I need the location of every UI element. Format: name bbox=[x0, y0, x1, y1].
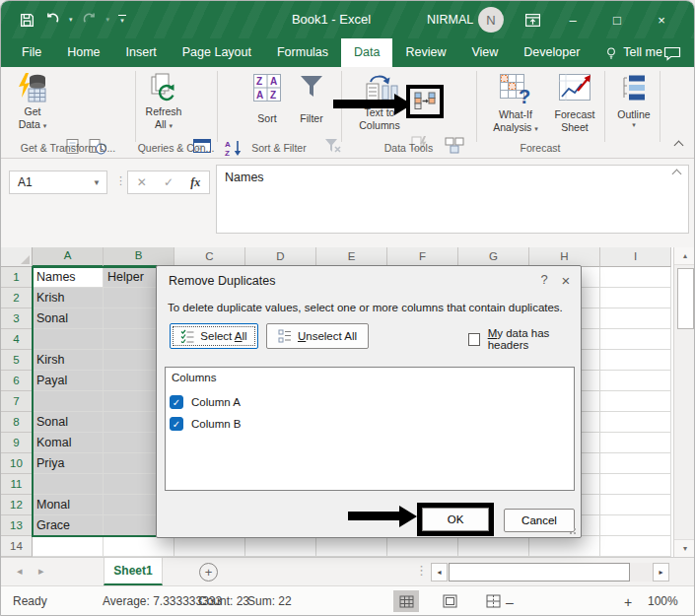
maximize-button[interactable]: □ bbox=[602, 9, 632, 31]
row-header-6[interactable]: 6 bbox=[1, 371, 33, 391]
column-header-A[interactable]: A bbox=[33, 247, 104, 267]
undo-button[interactable] bbox=[44, 11, 60, 30]
column-header-C[interactable]: C bbox=[174, 247, 245, 267]
cell-I6[interactable] bbox=[600, 371, 671, 391]
ribbon-tab-developer[interactable]: Developer bbox=[511, 38, 592, 67]
vertical-scrollbar[interactable]: ▴ ▾ bbox=[673, 247, 695, 557]
minimize-button[interactable]: – bbox=[558, 9, 588, 31]
cell-A9[interactable]: Komal bbox=[33, 433, 104, 453]
ribbon-tab-review[interactable]: Review bbox=[392, 38, 458, 67]
collapse-ribbon-icon[interactable] bbox=[674, 141, 684, 151]
name-box[interactable]: A1▼ bbox=[9, 171, 107, 194]
cell-A3[interactable]: Sonal bbox=[33, 308, 104, 329]
avatar[interactable]: N bbox=[478, 7, 504, 33]
cell-A1[interactable]: Names bbox=[33, 267, 104, 288]
cell-D14[interactable] bbox=[245, 536, 316, 557]
cell-I10[interactable] bbox=[600, 453, 671, 474]
cell-A8[interactable]: Sonal bbox=[33, 412, 104, 433]
ribbon-tab-insert[interactable]: Insert bbox=[113, 38, 170, 67]
formula-bar-splitter[interactable]: ⋮ bbox=[115, 174, 126, 187]
row-header-4[interactable]: 4 bbox=[1, 329, 33, 350]
quick-access-more-icon[interactable]: ▾ bbox=[118, 15, 126, 26]
column-header-E[interactable]: E bbox=[316, 247, 387, 267]
column-header-I[interactable]: I bbox=[600, 247, 671, 267]
row-header-7[interactable]: 7 bbox=[1, 391, 33, 412]
row-header-13[interactable]: 13 bbox=[1, 515, 33, 536]
sheet-tab-sheet1[interactable]: Sheet1 bbox=[104, 558, 163, 585]
outline-button[interactable]: Outline ▾ bbox=[608, 69, 660, 140]
sort-button[interactable]: ZAAZ Sort bbox=[242, 69, 293, 140]
cell-I5[interactable] bbox=[600, 350, 671, 371]
ribbon-tab-formulas[interactable]: Formulas bbox=[264, 38, 341, 67]
ribbon-tab-view[interactable]: View bbox=[458, 38, 511, 67]
cell-I12[interactable] bbox=[600, 495, 671, 515]
insert-function-icon[interactable]: fx bbox=[190, 175, 200, 190]
cell-I8[interactable] bbox=[600, 412, 671, 433]
cell-A2[interactable]: Krish bbox=[33, 288, 104, 308]
cell-I1[interactable] bbox=[600, 267, 671, 288]
refresh-all-button[interactable]: Refresh All ▾ bbox=[133, 69, 194, 140]
zoom-in-icon[interactable]: + bbox=[624, 594, 632, 610]
sheet-nav-left-icon[interactable]: ◂ bbox=[17, 565, 23, 578]
name-box-caret-icon[interactable]: ▼ bbox=[93, 178, 101, 187]
column-header-F[interactable]: F bbox=[387, 247, 458, 267]
dialog-column-item-column-b[interactable]: ✓Column B bbox=[170, 413, 242, 435]
horizontal-scroll-thumb[interactable] bbox=[449, 563, 630, 582]
unselect-all-button[interactable]: Unselect All bbox=[266, 323, 369, 349]
cell-A10[interactable]: Priya bbox=[33, 453, 104, 474]
row-header-2[interactable]: 2 bbox=[1, 288, 33, 308]
formula-bar-input[interactable]: Names bbox=[216, 165, 689, 234]
enter-entry-icon[interactable]: ✓ bbox=[164, 175, 174, 189]
cell-C14[interactable] bbox=[174, 536, 245, 557]
cell-I13[interactable] bbox=[600, 515, 671, 536]
row-header-3[interactable]: 3 bbox=[1, 308, 33, 329]
ribbon-tab-data[interactable]: Data bbox=[341, 38, 392, 67]
cell-I7[interactable] bbox=[600, 391, 671, 412]
redo-dropdown-icon[interactable]: ▾ bbox=[106, 16, 110, 24]
ribbon-tab-home[interactable]: Home bbox=[54, 38, 112, 67]
scroll-up-icon[interactable]: ▴ bbox=[674, 247, 695, 265]
cell-B14[interactable] bbox=[104, 536, 174, 557]
row-header-11[interactable]: 11 bbox=[1, 474, 33, 495]
dialog-help-icon[interactable]: ? bbox=[534, 272, 554, 287]
undo-dropdown-icon[interactable]: ▾ bbox=[69, 16, 73, 24]
resize-grip-icon[interactable] bbox=[569, 525, 578, 534]
filter-button[interactable]: Filter bbox=[289, 69, 334, 140]
cell-A5[interactable]: Kirsh bbox=[33, 350, 104, 371]
page-layout-view-icon[interactable] bbox=[437, 590, 462, 612]
cell-A6[interactable]: Payal bbox=[33, 371, 104, 391]
row-header-9[interactable]: 9 bbox=[1, 433, 33, 453]
column-header-B[interactable]: B bbox=[104, 247, 174, 267]
cell-I4[interactable] bbox=[600, 329, 671, 350]
cell-I3[interactable] bbox=[600, 308, 671, 329]
column-header-G[interactable]: G bbox=[458, 247, 529, 267]
ok-button[interactable]: OK bbox=[422, 508, 489, 531]
get-data-button[interactable]: Get Data ▾ bbox=[5, 69, 60, 140]
comment-icon[interactable] bbox=[663, 46, 681, 61]
row-header-12[interactable]: 12 bbox=[1, 495, 33, 515]
select-all-corner[interactable] bbox=[1, 247, 33, 267]
cell-A12[interactable]: Monal bbox=[33, 495, 104, 515]
close-button[interactable]: × bbox=[647, 9, 676, 31]
column-header-H[interactable]: H bbox=[529, 247, 600, 267]
cell-A14[interactable] bbox=[33, 536, 104, 557]
cell-A11[interactable] bbox=[33, 474, 104, 495]
normal-view-icon[interactable] bbox=[393, 590, 419, 612]
select-all-button[interactable]: Select All bbox=[170, 323, 258, 349]
my-data-has-headers-checkbox[interactable]: My data has headers bbox=[468, 327, 581, 351]
columns-listbox[interactable]: Columns ✓Column A✓Column B bbox=[165, 367, 575, 491]
row-header-1[interactable]: 1 bbox=[1, 267, 33, 288]
cell-I11[interactable] bbox=[600, 474, 671, 495]
ribbon-tab-file[interactable]: File bbox=[9, 38, 54, 67]
cell-A7[interactable] bbox=[33, 391, 104, 412]
redo-button[interactable] bbox=[82, 11, 98, 30]
page-break-view-icon[interactable] bbox=[480, 590, 506, 612]
row-header-14[interactable]: 14 bbox=[1, 536, 33, 557]
cell-G14[interactable] bbox=[458, 536, 529, 557]
cancel-entry-icon[interactable]: ✕ bbox=[137, 175, 147, 189]
cancel-button[interactable]: Cancel bbox=[504, 509, 575, 532]
ribbon-display-options-icon[interactable] bbox=[518, 9, 547, 31]
zoom-level[interactable]: 100% bbox=[648, 594, 678, 608]
dialog-close-icon[interactable]: × bbox=[556, 272, 576, 289]
cell-A13[interactable]: Grace bbox=[33, 515, 104, 536]
